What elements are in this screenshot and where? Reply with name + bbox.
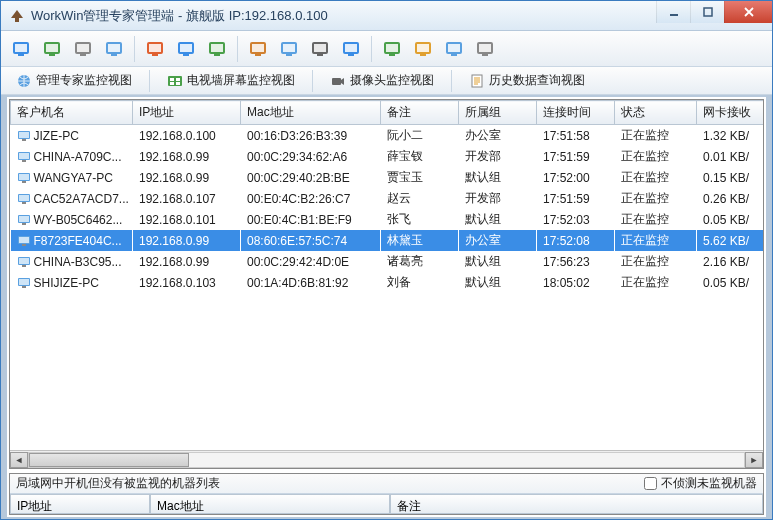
table-row[interactable]: CHINA-B3C95...192.168.0.9900:0C:29:42:4D… — [11, 251, 765, 272]
tab-history-view[interactable]: 历史数据查询视图 — [460, 70, 594, 92]
cell-ip: 192.168.0.99 — [133, 251, 241, 272]
svg-rect-72 — [22, 244, 26, 246]
cell-ip: 192.168.0.103 — [133, 272, 241, 293]
col-time[interactable]: 连接时间 — [537, 101, 615, 125]
table-row[interactable]: JIZE-PC192.168.0.10000:16:D3:26:B3:39阮小二… — [11, 125, 765, 147]
wall-button[interactable] — [203, 35, 231, 63]
scroll-right-arrow[interactable]: ► — [745, 452, 763, 468]
computer-button[interactable] — [38, 35, 66, 63]
no-detect-checkbox-label[interactable]: 不侦测未监视机器 — [644, 475, 757, 492]
cell-ip: 192.168.0.100 — [133, 125, 241, 147]
screenshot-button[interactable] — [141, 35, 169, 63]
chat-button[interactable] — [100, 35, 128, 63]
table-row[interactable]: WANGYA7-PC192.168.0.9900:0C:29:40:2B:BE贾… — [11, 167, 765, 188]
toolbar-separator — [371, 36, 372, 62]
svg-rect-75 — [22, 265, 26, 267]
cell-nic: 0.05 KB/ — [697, 272, 765, 293]
cell-mac: 00:0C:29:34:62:A6 — [241, 146, 381, 167]
maximize-button[interactable] — [690, 1, 724, 23]
cell-time: 17:52:03 — [537, 209, 615, 230]
separator — [451, 70, 452, 92]
cell-group: 默认组 — [459, 167, 537, 188]
client-table[interactable]: 客户机名 IP地址 Mac地址 备注 所属组 连接时间 状态 网卡接收 JIZE… — [10, 100, 764, 293]
table-row[interactable]: CHINA-A709C...192.168.0.9900:0C:29:34:62… — [11, 146, 765, 167]
close-button[interactable] — [724, 1, 772, 23]
svg-rect-37 — [389, 54, 395, 56]
svg-rect-16 — [152, 54, 158, 56]
table-row[interactable]: SHIJIZE-PC192.168.0.10300:1A:4D:6B:81:92… — [11, 272, 765, 293]
col-clientname[interactable]: 客户机名 — [11, 101, 133, 125]
video-button[interactable] — [172, 35, 200, 63]
svg-rect-0 — [670, 14, 678, 16]
col-mac[interactable]: Mac地址 — [241, 101, 381, 125]
horizontal-scrollbar[interactable]: ◄ ► — [10, 450, 763, 468]
wall-icon — [206, 38, 228, 60]
bottom-col-ip[interactable]: IP地址 — [10, 494, 150, 514]
users-icon — [412, 38, 434, 60]
svg-rect-19 — [183, 54, 189, 56]
log-icon — [474, 38, 496, 60]
cell-nic: 0.05 KB/ — [697, 209, 765, 230]
monitor-button[interactable] — [337, 35, 365, 63]
no-detect-checkbox[interactable] — [644, 477, 657, 490]
cell-status: 正在监控 — [615, 230, 697, 251]
svg-rect-66 — [22, 202, 26, 204]
main-toolbar — [1, 31, 772, 67]
scroll-left-arrow[interactable]: ◄ — [10, 452, 28, 468]
tvwall-icon — [167, 73, 183, 89]
scroll-track[interactable] — [28, 452, 745, 468]
cell-group: 默认组 — [459, 251, 537, 272]
cell-mac: 00:0C:29:42:4D:0E — [241, 251, 381, 272]
forward-icon — [278, 38, 300, 60]
toolbar-separator — [237, 36, 238, 62]
unmonitored-title: 局域网中开机但没有被监视的机器列表 — [16, 475, 644, 492]
svg-rect-4 — [18, 54, 24, 56]
col-ip[interactable]: IP地址 — [133, 101, 241, 125]
cell-group: 默认组 — [459, 272, 537, 293]
cell-note: 赵云 — [381, 188, 459, 209]
tab-camera-view[interactable]: 摄像头监控视图 — [321, 70, 443, 92]
svg-rect-27 — [283, 44, 295, 52]
table-row[interactable]: WY-B05C6462...192.168.0.10100:E0:4C:B1:B… — [11, 209, 765, 230]
cell-ip: 192.168.0.101 — [133, 209, 241, 230]
svg-rect-7 — [49, 54, 55, 56]
minimize-button[interactable] — [656, 1, 690, 23]
log-button[interactable] — [471, 35, 499, 63]
col-note[interactable]: 备注 — [381, 101, 459, 125]
camera-button[interactable] — [306, 35, 334, 63]
cell-name: CHINA-A709C... — [11, 146, 133, 167]
table-row[interactable]: F8723FE404C...192.168.0.9908:60:6E:57:5C… — [11, 230, 765, 251]
svg-rect-74 — [19, 258, 29, 264]
col-nic[interactable]: 网卡接收 — [697, 101, 765, 125]
cell-status: 正在监控 — [615, 209, 697, 230]
bottom-col-note[interactable]: 备注 — [390, 494, 763, 514]
computer-icon — [17, 277, 31, 289]
scroll-thumb[interactable] — [29, 453, 189, 467]
settings-button[interactable] — [69, 35, 97, 63]
col-status[interactable]: 状态 — [615, 101, 697, 125]
lock-button[interactable] — [244, 35, 272, 63]
bottom-col-mac[interactable]: Mac地址 — [150, 494, 390, 514]
svg-rect-36 — [386, 44, 398, 52]
table-row[interactable]: CAC52A7ACD7...192.168.0.10700:E0:4C:B2:2… — [11, 188, 765, 209]
user-button[interactable] — [440, 35, 468, 63]
cell-time: 17:51:59 — [537, 188, 615, 209]
refresh-button[interactable] — [378, 35, 406, 63]
camera-icon — [309, 38, 331, 60]
connect-button[interactable] — [7, 35, 35, 63]
svg-rect-34 — [348, 54, 354, 56]
cell-time: 17:52:00 — [537, 167, 615, 188]
computer-icon — [17, 130, 31, 142]
cell-note: 贾宝玉 — [381, 167, 459, 188]
cell-mac: 08:60:6E:57:5C:74 — [241, 230, 381, 251]
view-tabs: 管理专家监控视图 电视墙屏幕监控视图 摄像头监控视图 历史数据查询视图 — [1, 67, 772, 95]
forward-button[interactable] — [275, 35, 303, 63]
cell-nic: 5.62 KB/ — [697, 230, 765, 251]
col-group[interactable]: 所属组 — [459, 101, 537, 125]
svg-rect-28 — [286, 54, 292, 56]
users-button[interactable] — [409, 35, 437, 63]
svg-rect-60 — [22, 160, 26, 162]
cell-group: 开发部 — [459, 146, 537, 167]
tab-monitor-view[interactable]: 管理专家监控视图 — [7, 70, 141, 92]
tab-tvwall-view[interactable]: 电视墙屏幕监控视图 — [158, 70, 304, 92]
